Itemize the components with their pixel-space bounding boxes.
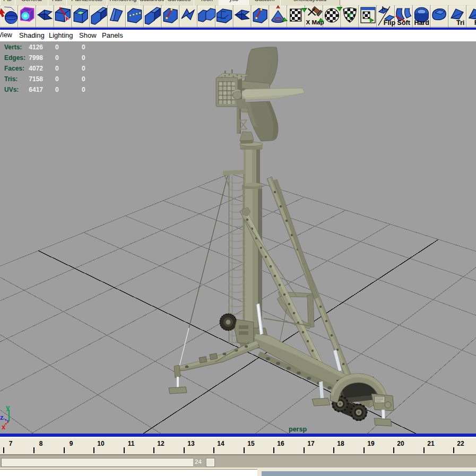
svg-text:Hard: Hard [414,19,429,27]
svg-text:Tri: Tri [456,19,464,27]
svg-text:y: y [6,403,10,411]
svg-text:Flip: Flip [384,19,396,27]
svg-text:z: z [0,413,4,421]
svg-text:Soft: Soft [397,19,411,27]
svg-text:T: T [347,11,352,20]
svg-text:x: x [2,423,6,431]
